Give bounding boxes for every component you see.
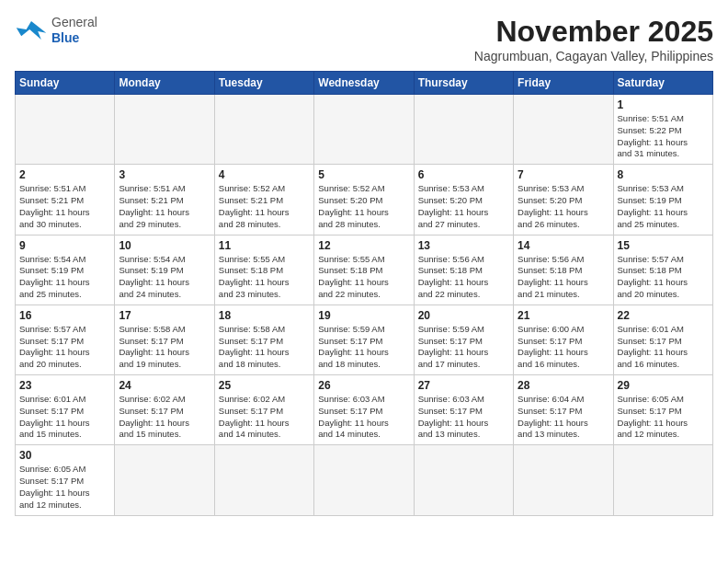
- calendar-day: [414, 445, 513, 515]
- day-number: 7: [518, 168, 609, 181]
- month-year: November 2025: [474, 15, 713, 49]
- day-info: Sunrise: 6:03 AM Sunset: 5:17 PM Dayligh…: [418, 394, 509, 441]
- day-info: Sunrise: 5:57 AM Sunset: 5:18 PM Dayligh…: [618, 254, 709, 301]
- calendar-day: 11Sunrise: 5:55 AM Sunset: 5:18 PM Dayli…: [214, 235, 313, 304]
- weekday-monday: Monday: [115, 72, 214, 95]
- calendar-day: [16, 95, 115, 165]
- day-info: Sunrise: 5:52 AM Sunset: 5:20 PM Dayligh…: [318, 183, 409, 230]
- calendar-day: 18Sunrise: 5:58 AM Sunset: 5:17 PM Dayli…: [214, 304, 313, 374]
- day-info: Sunrise: 5:51 AM Sunset: 5:22 PM Dayligh…: [618, 113, 709, 160]
- day-info: Sunrise: 5:58 AM Sunset: 5:17 PM Dayligh…: [119, 324, 210, 371]
- day-number: 15: [618, 239, 709, 252]
- day-info: Sunrise: 5:59 AM Sunset: 5:17 PM Dayligh…: [418, 324, 509, 371]
- day-info: Sunrise: 5:57 AM Sunset: 5:17 PM Dayligh…: [19, 324, 110, 371]
- day-number: 25: [219, 379, 310, 392]
- logo-icon: [15, 17, 48, 43]
- calendar-week-4: 16Sunrise: 5:57 AM Sunset: 5:17 PM Dayli…: [16, 304, 713, 374]
- day-number: 2: [19, 168, 110, 181]
- day-info: Sunrise: 5:54 AM Sunset: 5:19 PM Dayligh…: [119, 254, 210, 301]
- calendar-day: 19Sunrise: 5:59 AM Sunset: 5:17 PM Dayli…: [314, 304, 414, 374]
- calendar-day: 2Sunrise: 5:51 AM Sunset: 5:21 PM Daylig…: [16, 165, 115, 235]
- day-info: Sunrise: 5:58 AM Sunset: 5:17 PM Dayligh…: [219, 324, 310, 371]
- page-header: General Blue November 2025 Nagrumbuan, C…: [15, 15, 713, 63]
- day-number: 9: [19, 239, 110, 252]
- logo-general: General: [51, 15, 97, 29]
- day-info: Sunrise: 5:56 AM Sunset: 5:18 PM Dayligh…: [418, 254, 509, 301]
- calendar-day: 5Sunrise: 5:52 AM Sunset: 5:20 PM Daylig…: [314, 165, 414, 235]
- day-info: Sunrise: 5:51 AM Sunset: 5:21 PM Dayligh…: [119, 183, 210, 230]
- day-info: Sunrise: 6:01 AM Sunset: 5:17 PM Dayligh…: [618, 324, 709, 371]
- day-info: Sunrise: 5:55 AM Sunset: 5:18 PM Dayligh…: [219, 254, 310, 301]
- calendar-day: 27Sunrise: 6:03 AM Sunset: 5:17 PM Dayli…: [414, 375, 513, 445]
- weekday-saturday: Saturday: [613, 72, 712, 95]
- day-info: Sunrise: 5:56 AM Sunset: 5:18 PM Dayligh…: [518, 254, 609, 301]
- calendar-day: [414, 95, 513, 165]
- calendar-week-6: 30Sunrise: 6:05 AM Sunset: 5:17 PM Dayli…: [16, 445, 713, 515]
- day-info: Sunrise: 5:53 AM Sunset: 5:19 PM Dayligh…: [618, 183, 709, 230]
- day-number: 24: [119, 379, 210, 392]
- weekday-wednesday: Wednesday: [314, 72, 414, 95]
- day-number: 11: [219, 239, 310, 252]
- calendar-day: [314, 445, 414, 515]
- calendar-day: 9Sunrise: 5:54 AM Sunset: 5:19 PM Daylig…: [16, 235, 115, 304]
- day-number: 23: [19, 379, 110, 392]
- calendar-day: 15Sunrise: 5:57 AM Sunset: 5:18 PM Dayli…: [613, 235, 712, 304]
- calendar-day: 24Sunrise: 6:02 AM Sunset: 5:17 PM Dayli…: [115, 375, 214, 445]
- weekday-friday: Friday: [514, 72, 613, 95]
- day-info: Sunrise: 6:05 AM Sunset: 5:17 PM Dayligh…: [19, 464, 110, 511]
- title-block: November 2025 Nagrumbuan, Cagayan Valley…: [474, 15, 713, 63]
- day-info: Sunrise: 5:52 AM Sunset: 5:21 PM Dayligh…: [219, 183, 310, 230]
- day-number: 28: [518, 379, 609, 392]
- calendar-day: 6Sunrise: 5:53 AM Sunset: 5:20 PM Daylig…: [414, 165, 513, 235]
- day-info: Sunrise: 5:51 AM Sunset: 5:21 PM Dayligh…: [19, 183, 110, 230]
- day-info: Sunrise: 5:53 AM Sunset: 5:20 PM Dayligh…: [418, 183, 509, 230]
- day-info: Sunrise: 6:02 AM Sunset: 5:17 PM Dayligh…: [119, 394, 210, 441]
- calendar-day: 7Sunrise: 5:53 AM Sunset: 5:20 PM Daylig…: [514, 165, 613, 235]
- weekday-tuesday: Tuesday: [214, 72, 313, 95]
- location: Nagrumbuan, Cagayan Valley, Philippines: [474, 49, 713, 63]
- day-number: 10: [119, 239, 210, 252]
- weekday-thursday: Thursday: [414, 72, 513, 95]
- day-number: 3: [119, 168, 210, 181]
- day-number: 30: [19, 449, 110, 462]
- calendar-day: 30Sunrise: 6:05 AM Sunset: 5:17 PM Dayli…: [16, 445, 115, 515]
- calendar-day: 4Sunrise: 5:52 AM Sunset: 5:21 PM Daylig…: [214, 165, 313, 235]
- day-number: 13: [418, 239, 509, 252]
- day-number: 12: [318, 239, 409, 252]
- day-number: 17: [119, 309, 210, 322]
- day-number: 5: [318, 168, 409, 181]
- calendar-day: [214, 445, 313, 515]
- day-number: 21: [518, 309, 609, 322]
- day-info: Sunrise: 5:55 AM Sunset: 5:18 PM Dayligh…: [318, 254, 409, 301]
- logo-blue: Blue: [51, 30, 79, 45]
- svg-marker-0: [17, 21, 46, 40]
- day-number: 6: [418, 168, 509, 181]
- weekday-sunday: Sunday: [16, 72, 115, 95]
- calendar-day: 13Sunrise: 5:56 AM Sunset: 5:18 PM Dayli…: [414, 235, 513, 304]
- calendar-week-2: 2Sunrise: 5:51 AM Sunset: 5:21 PM Daylig…: [16, 165, 713, 235]
- day-number: 8: [618, 168, 709, 181]
- day-info: Sunrise: 6:05 AM Sunset: 5:17 PM Dayligh…: [618, 394, 709, 441]
- calendar-day: 26Sunrise: 6:03 AM Sunset: 5:17 PM Dayli…: [314, 375, 414, 445]
- calendar-day: 1Sunrise: 5:51 AM Sunset: 5:22 PM Daylig…: [613, 95, 712, 165]
- day-number: 1: [618, 98, 709, 111]
- calendar-day: 25Sunrise: 6:02 AM Sunset: 5:17 PM Dayli…: [214, 375, 313, 445]
- day-number: 27: [418, 379, 509, 392]
- calendar-table: SundayMondayTuesdayWednesdayThursdayFrid…: [15, 71, 713, 516]
- day-info: Sunrise: 6:04 AM Sunset: 5:17 PM Dayligh…: [518, 394, 609, 441]
- weekday-header-row: SundayMondayTuesdayWednesdayThursdayFrid…: [16, 72, 713, 95]
- calendar-week-1: 1Sunrise: 5:51 AM Sunset: 5:22 PM Daylig…: [16, 95, 713, 165]
- calendar-week-5: 23Sunrise: 6:01 AM Sunset: 5:17 PM Dayli…: [16, 375, 713, 445]
- calendar-week-3: 9Sunrise: 5:54 AM Sunset: 5:19 PM Daylig…: [16, 235, 713, 304]
- day-number: 29: [618, 379, 709, 392]
- calendar-day: 17Sunrise: 5:58 AM Sunset: 5:17 PM Dayli…: [115, 304, 214, 374]
- calendar-day: 10Sunrise: 5:54 AM Sunset: 5:19 PM Dayli…: [115, 235, 214, 304]
- calendar-day: [214, 95, 313, 165]
- day-number: 18: [219, 309, 310, 322]
- logo-text: General Blue: [51, 15, 97, 46]
- calendar-day: 20Sunrise: 5:59 AM Sunset: 5:17 PM Dayli…: [414, 304, 513, 374]
- calendar-day: [115, 445, 214, 515]
- calendar-day: 28Sunrise: 6:04 AM Sunset: 5:17 PM Dayli…: [514, 375, 613, 445]
- day-number: 4: [219, 168, 310, 181]
- calendar-day: 22Sunrise: 6:01 AM Sunset: 5:17 PM Dayli…: [613, 304, 712, 374]
